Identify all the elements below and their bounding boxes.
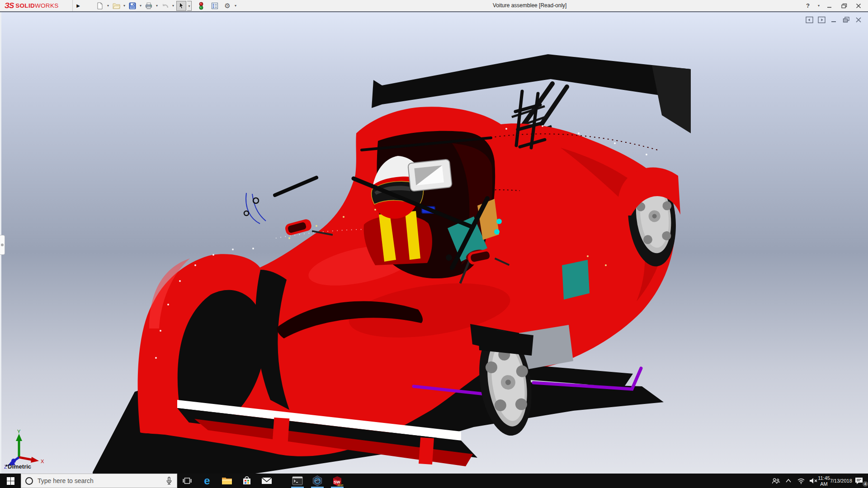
edrawings-button[interactable] <box>307 474 327 488</box>
help-dropdown[interactable]: ▾ <box>816 4 821 8</box>
file-explorer-icon <box>222 476 232 485</box>
system-tray: 11:45 AM 7/13/2018 4 <box>769 474 868 488</box>
solidworks-logo: ЗS SOLIDWORKS <box>5 1 59 10</box>
clock[interactable]: 11:45 AM 7/13/2018 <box>820 474 850 488</box>
solidworks-window: ЗS SOLIDWORKS ▶ ▾ ▾ ▾ ▾ ▾ ▾ <box>0 0 868 488</box>
undo-icon <box>161 2 169 9</box>
select-cursor-icon <box>178 2 185 9</box>
quick-access-toolbar: ▾ ▾ ▾ ▾ ▾ ▾ ⚙ ▾ <box>95 0 238 11</box>
properties-button[interactable] <box>210 1 220 11</box>
task-view-button[interactable] <box>177 474 197 488</box>
select-tool-dropdown[interactable]: ▾ <box>187 1 192 11</box>
traffic-light-icon <box>198 2 204 10</box>
svg-text:2017: 2017 <box>338 484 344 487</box>
wires <box>244 193 266 224</box>
options-button[interactable]: ⚙ <box>222 1 232 11</box>
microphone-icon[interactable] <box>165 477 173 485</box>
dassault-mark: ЗS <box>5 1 14 10</box>
print-button[interactable] <box>144 1 154 11</box>
open-icon <box>113 2 120 9</box>
titlebar: ЗS SOLIDWORKS ▶ ▾ ▾ ▾ ▾ ▾ ▾ <box>0 0 868 11</box>
graphics-viewport[interactable]: Y X Z *Dimetric <box>0 11 868 474</box>
divider <box>72 0 73 11</box>
search-input[interactable] <box>38 477 161 484</box>
solidworks-2017-icon: SW 2017 <box>331 475 343 487</box>
notification-badge: 4 <box>862 481 868 487</box>
command-prompt-icon <box>292 476 303 485</box>
cockpit-light <box>496 219 502 224</box>
wifi-icon <box>797 478 805 484</box>
taskbar-search[interactable] <box>21 474 177 488</box>
undo-button[interactable] <box>160 1 170 11</box>
property-list-icon <box>211 2 218 9</box>
print-icon <box>145 2 152 9</box>
action-center-button[interactable]: 4 <box>850 474 868 488</box>
undo-dropdown[interactable]: ▾ <box>171 4 175 8</box>
document-title: Voiture assemblee [Read-only] <box>493 2 566 9</box>
mail-icon <box>261 477 272 485</box>
side-vent <box>446 254 452 261</box>
edge-icon: e <box>204 475 210 486</box>
people-icon <box>771 478 780 484</box>
open-button[interactable] <box>111 1 121 11</box>
side-teal-panel <box>562 260 590 300</box>
solidworks-2017-button[interactable]: SW 2017 <box>327 474 347 488</box>
open-dropdown[interactable]: ▾ <box>122 4 127 8</box>
gear-icon: ⚙ <box>224 2 230 10</box>
command-prompt-button[interactable] <box>288 474 307 488</box>
axis-y-label: Y <box>17 429 21 434</box>
new-document-button[interactable] <box>95 1 105 11</box>
new-document-dropdown[interactable]: ▾ <box>106 4 110 8</box>
windows-taskbar: e <box>0 474 868 488</box>
menu-expand-arrow[interactable]: ▶ <box>74 0 83 11</box>
minimize-button[interactable] <box>824 1 835 11</box>
display-states-button[interactable] <box>196 1 206 11</box>
store-icon <box>242 476 252 486</box>
tray-overflow-button[interactable] <box>782 474 795 488</box>
mail-button[interactable] <box>257 474 277 488</box>
file-explorer-button[interactable] <box>217 474 237 488</box>
close-button[interactable] <box>853 1 864 11</box>
axis-x-label: X <box>41 459 44 464</box>
help-button[interactable]: ? <box>802 1 814 11</box>
close-icon <box>856 3 861 9</box>
people-button[interactable] <box>769 474 782 488</box>
hexagon-app-icon <box>312 475 323 486</box>
window-controls: ? ▾ <box>802 0 864 11</box>
tray-date: 7/13/2018 <box>830 478 852 484</box>
view-orientation-label: *Dimetric <box>5 463 31 470</box>
cortana-icon <box>25 477 33 485</box>
select-tool-button[interactable] <box>176 1 186 11</box>
car-model-3d[interactable] <box>0 12 868 474</box>
cockpit-light <box>494 229 500 235</box>
edge-button[interactable]: e <box>197 474 217 488</box>
chevron-up-icon <box>785 479 792 483</box>
save-icon <box>129 2 136 9</box>
start-button[interactable] <box>0 474 21 488</box>
windows-logo-icon <box>7 477 14 485</box>
new-document-icon <box>96 2 104 9</box>
restore-button[interactable] <box>838 1 850 11</box>
minimize-icon <box>827 3 832 9</box>
tray-time: 11:45 AM <box>818 475 830 487</box>
options-dropdown[interactable]: ▾ <box>233 4 238 8</box>
network-button[interactable] <box>795 474 807 488</box>
save-dropdown[interactable]: ▾ <box>138 4 143 8</box>
save-button[interactable] <box>127 1 137 11</box>
volume-muted-icon <box>809 478 818 484</box>
store-button[interactable] <box>237 474 257 488</box>
print-dropdown[interactable]: ▾ <box>155 4 159 8</box>
mirror-box <box>408 159 452 191</box>
restore-icon <box>841 3 847 9</box>
task-view-icon <box>183 477 192 485</box>
